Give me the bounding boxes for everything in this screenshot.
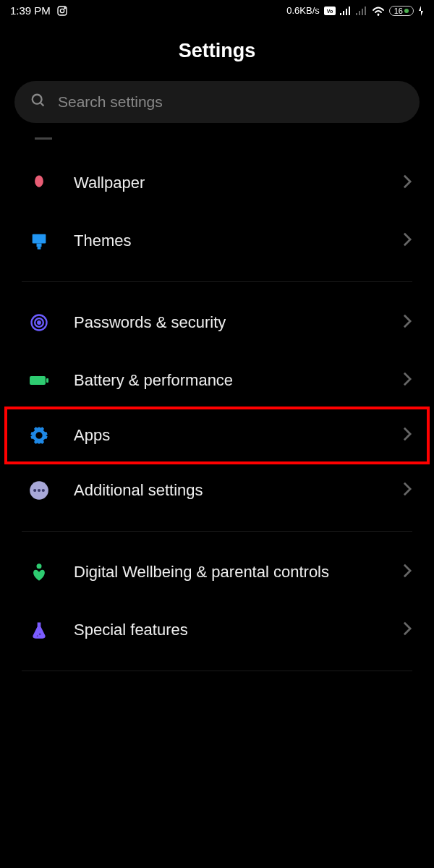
svg-rect-8: [349, 7, 350, 15]
chevron-right-icon: [402, 426, 412, 445]
settings-item-additional[interactable]: Additional settings: [0, 461, 434, 519]
svg-rect-10: [359, 11, 360, 15]
search-placeholder: Search settings: [58, 93, 163, 111]
network-speed: 0.6KB/s: [286, 5, 320, 16]
wifi-icon: [372, 6, 385, 16]
svg-rect-22: [30, 376, 46, 385]
battery-indicator: 16: [389, 6, 414, 16]
item-label: Digital Wellbeing & parental controls: [74, 562, 379, 583]
chevron-right-icon: [402, 313, 412, 332]
battery-icon: [27, 369, 51, 392]
divider: [22, 531, 412, 532]
settings-item-apps[interactable]: Apps: [7, 409, 427, 461]
chevron-right-icon: [402, 481, 412, 500]
item-label: Themes: [74, 231, 379, 252]
svg-point-28: [42, 489, 45, 492]
item-label: Apps: [74, 425, 379, 446]
settings-item-themes[interactable]: Themes: [0, 212, 434, 270]
fingerprint-icon: [27, 311, 51, 334]
svg-point-2: [64, 7, 65, 8]
page-title: Settings: [0, 21, 434, 81]
gear-icon: [27, 424, 51, 447]
chevron-right-icon: [402, 174, 412, 192]
svg-rect-17: [37, 244, 42, 247]
search-icon: [30, 93, 46, 111]
svg-rect-12: [365, 7, 366, 15]
signal-icon-2: [356, 7, 367, 15]
flask-icon: [27, 618, 51, 642]
svg-point-31: [37, 635, 38, 637]
settings-item-battery[interactable]: Battery & performance: [0, 352, 434, 409]
settings-item-passwords[interactable]: Passwords & security: [0, 294, 434, 352]
item-label: Wallpaper: [74, 173, 379, 194]
settings-item-special[interactable]: Special features: [0, 601, 434, 659]
item-label: Special features: [74, 620, 379, 641]
svg-rect-5: [340, 13, 341, 15]
divider: [22, 281, 412, 282]
svg-point-27: [38, 489, 41, 492]
svg-line-15: [41, 103, 44, 106]
signal-icon: [340, 7, 352, 15]
divider: [22, 671, 412, 671]
dots-icon: [27, 479, 51, 502]
chevron-right-icon: [402, 563, 412, 582]
item-label: Battery & performance: [74, 370, 379, 391]
svg-point-26: [33, 489, 36, 492]
instagram-icon: [56, 5, 68, 17]
svg-rect-9: [356, 13, 357, 15]
settings-item-wellbeing[interactable]: Digital Wellbeing & parental controls: [0, 543, 434, 601]
chevron-right-icon: [402, 231, 412, 250]
wellbeing-icon: [27, 561, 51, 584]
svg-rect-6: [343, 11, 344, 15]
svg-point-14: [33, 95, 42, 104]
search-input[interactable]: Search settings: [14, 81, 420, 123]
svg-rect-11: [362, 9, 363, 15]
scroll-stub: [35, 137, 52, 140]
svg-text:Vo: Vo: [327, 9, 333, 14]
chevron-right-icon: [402, 621, 412, 639]
themes-icon: [27, 229, 51, 252]
svg-rect-16: [33, 234, 46, 244]
charging-icon: [418, 6, 424, 16]
status-time: 1:39 PM: [10, 4, 51, 17]
settings-list: Wallpaper Themes Passwords & security Ba…: [0, 154, 434, 671]
highlight-apps: Apps: [4, 407, 430, 464]
svg-point-24: [35, 432, 42, 438]
item-label: Additional settings: [74, 480, 379, 501]
volte-icon: Vo: [324, 7, 336, 15]
svg-rect-18: [38, 247, 41, 250]
svg-point-21: [38, 321, 41, 324]
wallpaper-icon: [27, 171, 51, 195]
chevron-right-icon: [402, 371, 412, 390]
svg-rect-23: [46, 378, 48, 383]
svg-point-29: [37, 563, 42, 569]
svg-point-13: [377, 13, 379, 15]
svg-rect-7: [346, 9, 347, 15]
status-bar: 1:39 PM 0.6KB/s Vo 16: [0, 0, 434, 21]
svg-point-30: [39, 633, 41, 635]
settings-item-wallpaper[interactable]: Wallpaper: [0, 154, 434, 212]
svg-point-1: [60, 9, 64, 12]
item-label: Passwords & security: [74, 312, 379, 333]
